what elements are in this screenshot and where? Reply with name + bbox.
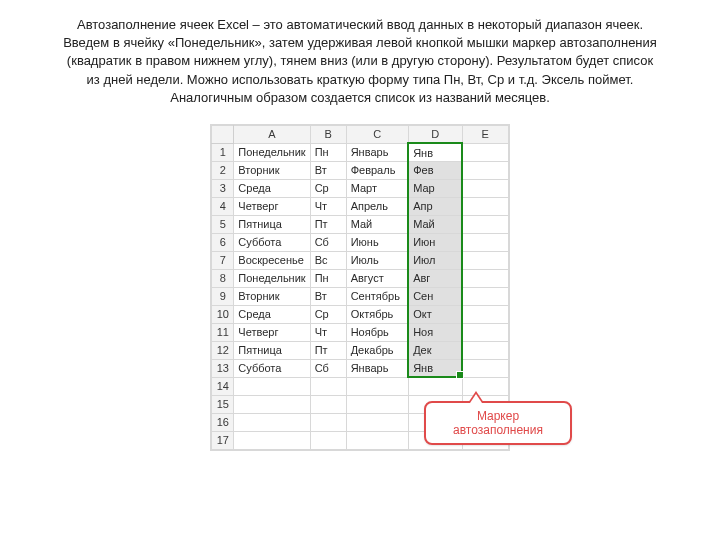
- cell[interactable]: [234, 395, 310, 413]
- cell[interactable]: Четверг: [234, 323, 310, 341]
- cell[interactable]: [234, 413, 310, 431]
- cell[interactable]: Вт: [310, 161, 346, 179]
- col-header-B[interactable]: B: [310, 125, 346, 143]
- cell[interactable]: Вторник: [234, 161, 310, 179]
- row-header[interactable]: 9: [212, 287, 234, 305]
- cell[interactable]: [462, 161, 508, 179]
- cell[interactable]: Суббота: [234, 233, 310, 251]
- cell[interactable]: Чт: [310, 197, 346, 215]
- cell[interactable]: Воскресенье: [234, 251, 310, 269]
- cell[interactable]: [462, 359, 508, 377]
- cell[interactable]: [346, 431, 408, 449]
- cell[interactable]: Среда: [234, 305, 310, 323]
- cell[interactable]: Четверг: [234, 197, 310, 215]
- cell[interactable]: Пятница: [234, 341, 310, 359]
- cell[interactable]: Август: [346, 269, 408, 287]
- cell[interactable]: [234, 377, 310, 395]
- cell[interactable]: Дек: [408, 341, 462, 359]
- cell[interactable]: [462, 215, 508, 233]
- cell[interactable]: [462, 251, 508, 269]
- cell[interactable]: Окт: [408, 305, 462, 323]
- cell[interactable]: [310, 395, 346, 413]
- cell[interactable]: [462, 197, 508, 215]
- cell[interactable]: Янв: [408, 143, 462, 161]
- cell[interactable]: [346, 377, 408, 395]
- cell[interactable]: Авг: [408, 269, 462, 287]
- row-header[interactable]: 14: [212, 377, 234, 395]
- cell[interactable]: Июн: [408, 233, 462, 251]
- cell[interactable]: Чт: [310, 323, 346, 341]
- cell[interactable]: Апр: [408, 197, 462, 215]
- cell[interactable]: Июл: [408, 251, 462, 269]
- cell[interactable]: [408, 377, 462, 395]
- cell[interactable]: [346, 413, 408, 431]
- cell[interactable]: [346, 395, 408, 413]
- cell[interactable]: Июнь: [346, 233, 408, 251]
- cell[interactable]: Май: [346, 215, 408, 233]
- cell[interactable]: [462, 305, 508, 323]
- cell[interactable]: Июль: [346, 251, 408, 269]
- cell[interactable]: Ср: [310, 179, 346, 197]
- cell[interactable]: Ноя: [408, 323, 462, 341]
- row-header[interactable]: 1: [212, 143, 234, 161]
- row-header[interactable]: 16: [212, 413, 234, 431]
- cell[interactable]: Январь: [346, 143, 408, 161]
- row-header[interactable]: 4: [212, 197, 234, 215]
- cell[interactable]: [462, 179, 508, 197]
- row-header[interactable]: 8: [212, 269, 234, 287]
- cell[interactable]: Пятница: [234, 215, 310, 233]
- row-header[interactable]: 17: [212, 431, 234, 449]
- cell[interactable]: Сен: [408, 287, 462, 305]
- cell[interactable]: Октябрь: [346, 305, 408, 323]
- cell[interactable]: [310, 431, 346, 449]
- cell[interactable]: Январь: [346, 359, 408, 377]
- cell[interactable]: [310, 377, 346, 395]
- cell[interactable]: Май: [408, 215, 462, 233]
- cell[interactable]: Фев: [408, 161, 462, 179]
- cell[interactable]: Мар: [408, 179, 462, 197]
- cell[interactable]: Среда: [234, 179, 310, 197]
- cell[interactable]: Сентябрь: [346, 287, 408, 305]
- cell[interactable]: Пн: [310, 269, 346, 287]
- row-header[interactable]: 7: [212, 251, 234, 269]
- cell[interactable]: Сб: [310, 359, 346, 377]
- cell[interactable]: Апрель: [346, 197, 408, 215]
- row-header[interactable]: 5: [212, 215, 234, 233]
- cell[interactable]: Янв: [408, 359, 462, 377]
- cell[interactable]: [234, 431, 310, 449]
- cell[interactable]: Декабрь: [346, 341, 408, 359]
- col-header-E[interactable]: E: [462, 125, 508, 143]
- row-header[interactable]: 10: [212, 305, 234, 323]
- col-header-D[interactable]: D: [408, 125, 462, 143]
- cell[interactable]: Пн: [310, 143, 346, 161]
- row-header[interactable]: 2: [212, 161, 234, 179]
- cell[interactable]: Понедельник: [234, 269, 310, 287]
- cell[interactable]: [462, 143, 508, 161]
- cell[interactable]: Понедельник: [234, 143, 310, 161]
- col-header-C[interactable]: C: [346, 125, 408, 143]
- cell[interactable]: [462, 269, 508, 287]
- cell[interactable]: Вторник: [234, 287, 310, 305]
- cell[interactable]: Ср: [310, 305, 346, 323]
- cell[interactable]: [462, 341, 508, 359]
- row-header[interactable]: 6: [212, 233, 234, 251]
- cell[interactable]: [310, 413, 346, 431]
- row-header[interactable]: 13: [212, 359, 234, 377]
- cell[interactable]: Суббота: [234, 359, 310, 377]
- row-header[interactable]: 12: [212, 341, 234, 359]
- cell[interactable]: Вс: [310, 251, 346, 269]
- row-header[interactable]: 3: [212, 179, 234, 197]
- col-header-A[interactable]: A: [234, 125, 310, 143]
- fill-handle-icon[interactable]: [456, 371, 464, 379]
- cell[interactable]: Ноябрь: [346, 323, 408, 341]
- cell[interactable]: [462, 287, 508, 305]
- cell[interactable]: Февраль: [346, 161, 408, 179]
- row-header[interactable]: 15: [212, 395, 234, 413]
- cell[interactable]: Март: [346, 179, 408, 197]
- select-all-corner[interactable]: [212, 125, 234, 143]
- cell[interactable]: [462, 323, 508, 341]
- cell[interactable]: Сб: [310, 233, 346, 251]
- cell[interactable]: Пт: [310, 341, 346, 359]
- cell[interactable]: Пт: [310, 215, 346, 233]
- cell[interactable]: [462, 233, 508, 251]
